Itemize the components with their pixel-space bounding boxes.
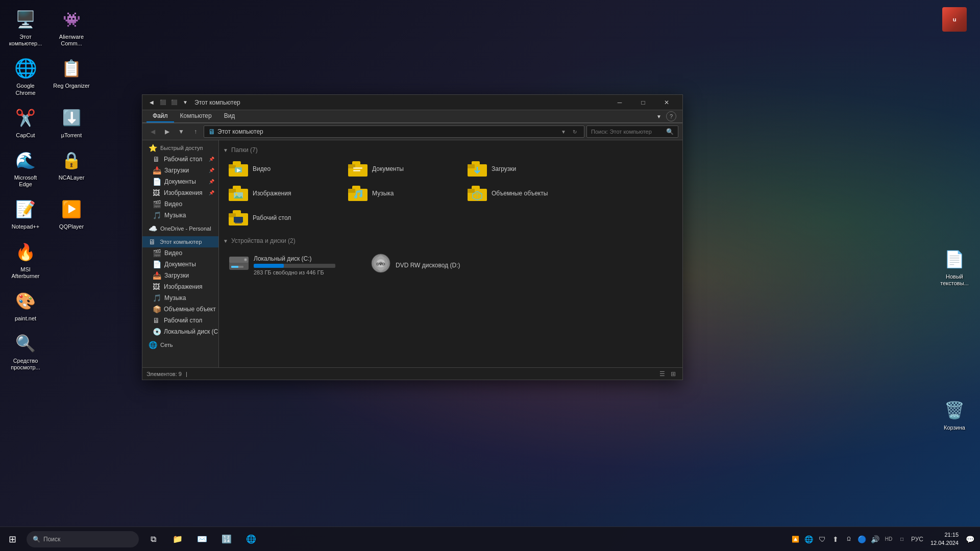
taskbar-file-explorer[interactable]: 📁 — [165, 527, 190, 552]
devices-section-header[interactable]: ▼ Устройства и диски (2) — [223, 235, 678, 246]
tray-notification-icon[interactable]: 💬 — [964, 527, 976, 552]
tray-shield-icon[interactable]: 🛡 — [816, 527, 828, 552]
taskbar-search-box[interactable]: 🔍 Поиск — [27, 531, 139, 547]
device-item-d[interactable]: DVD DVD RW дисковод (D:) — [365, 248, 503, 282]
folder-item-images[interactable]: Изображения — [223, 182, 340, 205]
sidebar-video[interactable]: 🎬 Видео — [142, 198, 218, 210]
tray-monitor-icon[interactable]: □ — [896, 527, 908, 552]
folder-item-video[interactable]: Видео — [223, 158, 340, 180]
quick-access-btn-3[interactable]: ⬛ — [169, 97, 179, 108]
sidebar-desktop[interactable]: 🖥 Рабочий стол 📌 — [142, 154, 218, 165]
forward-button[interactable]: ▶ — [161, 126, 173, 138]
sidebar-tc-images[interactable]: 🖼 Изображения — [142, 281, 218, 292]
address-box[interactable]: 🖥 Этот компьютер ▼ ↻ — [204, 126, 584, 138]
folder-item-documents[interactable]: Документы — [342, 158, 460, 180]
desktop-icon-notepadpp[interactable]: 📝 Notepad++ — [5, 195, 46, 232]
ribbon-tab-file[interactable]: Файл — [146, 110, 174, 122]
folder-3d-label: Объемные объекты — [492, 190, 548, 197]
recent-locations-button[interactable]: ▼ — [175, 126, 187, 138]
desktop-icon-new-text[interactable]: 📄 Новый текстовы... — [934, 245, 975, 289]
desktop-icon-edge[interactable]: 🌊 Microsoft Edge — [5, 146, 46, 190]
sidebar-tc-desktop[interactable]: 🖥 Рабочий стол — [142, 315, 218, 326]
sidebar-tc-video[interactable]: 🎬 Видео — [142, 247, 218, 259]
view-list-btn[interactable]: ☰ — [657, 369, 667, 379]
folder-item-music[interactable]: Музыка — [342, 182, 460, 205]
sidebar-quick-access[interactable]: ⭐ Быстрый доступ — [142, 142, 218, 154]
tray-icon-4[interactable]: Ω — [843, 527, 855, 552]
ribbon-tab-computer[interactable]: Компьютер — [174, 110, 218, 122]
this-computer-icon: 🖥️ — [13, 7, 38, 32]
sidebar-onedrive[interactable]: ☁️ OneDrive - Personal — [142, 223, 218, 234]
desktop-icon-utorrent[interactable]: ⬇️ µTorrent — [51, 104, 92, 141]
sidebar-tc-disk-c[interactable]: 💿 Локальный диск (C — [142, 326, 218, 337]
maximize-button[interactable]: □ — [631, 95, 655, 110]
address-dropdown-btn[interactable]: ▼ — [558, 127, 569, 137]
sidebar-music[interactable]: 🎵 Музыка — [142, 210, 218, 221]
desktop-icon-user[interactable]: u — [934, 5, 975, 36]
quick-access-btn-1[interactable]: ◀ — [146, 97, 157, 108]
desktop-icon-reg-organizer[interactable]: 📋 Reg Organizer — [51, 54, 92, 98]
help-button[interactable]: ? — [666, 111, 676, 121]
sidebar-tc-music[interactable]: 🎵 Музыка — [142, 292, 218, 304]
taskbar-task-view[interactable]: ⧉ — [141, 527, 165, 552]
tray-bluetooth-icon[interactable]: 🔵 — [856, 527, 868, 552]
desktop-icon-alienware[interactable]: 👾 Alienware Comm... — [51, 5, 92, 49]
sidebar-tc-documents[interactable]: 📄 Документы — [142, 259, 218, 270]
up-button[interactable]: ↑ — [189, 126, 202, 138]
folder-item-downloads[interactable]: Загрузки — [462, 158, 579, 180]
desktop-icon-this-computer[interactable]: 🖥️ Этот компьютер... — [5, 5, 46, 49]
taskbar-clock[interactable]: 21:15 12.04.2024 — [926, 531, 963, 547]
folder-3d-icon — [467, 185, 487, 202]
taskbar-mail[interactable]: ✉️ — [190, 527, 214, 552]
search-input[interactable] — [591, 129, 664, 135]
desktop-icon-capcut[interactable]: ✂️ CapCut — [5, 104, 46, 141]
device-item-c[interactable]: Локальный диск (C:) 283 ГБ свободно из 4… — [223, 248, 361, 282]
close-button[interactable]: ✕ — [655, 95, 678, 110]
alienware-icon: 👾 — [59, 7, 84, 32]
quick-access-btn-2[interactable]: ⬛ — [158, 97, 168, 108]
taskbar-language[interactable]: РУС — [909, 536, 925, 543]
sidebar-images[interactable]: 🖼 Изображения 📌 — [142, 187, 218, 198]
desktop-icon-sredstvo[interactable]: 🔍 Средство просмотр... — [5, 329, 46, 373]
ribbon-expand-btn[interactable]: ▼ — [654, 111, 664, 121]
quick-access-btn-down[interactable]: ▼ — [180, 97, 190, 108]
desktop-icon-ncalayer[interactable]: 🔒 NCALayer — [51, 146, 92, 190]
desktop-icon-recycle-bin[interactable]: 🗑️ Корзина — [934, 396, 975, 433]
tray-hd-icon[interactable]: HD — [883, 527, 895, 552]
sidebar-this-computer[interactable]: 🖥 Этот компьютер — [142, 236, 218, 247]
tray-network-icon[interactable]: 🌐 — [803, 527, 815, 552]
utorrent-icon: ⬇️ — [59, 106, 84, 130]
folders-section-header[interactable]: ▼ Папки (7) — [223, 144, 678, 156]
sidebar-tc-downloads[interactable]: 📥 Загрузки — [142, 270, 218, 281]
sidebar-downloads[interactable]: 📥 Загрузки 📌 — [142, 165, 218, 176]
dvd-icon: DVD — [370, 253, 390, 278]
desktop-icon-chrome[interactable]: 🌐 Google Chrome — [5, 54, 46, 98]
sidebar-network[interactable]: 🌐 Сеть — [142, 339, 218, 350]
address-refresh-btn[interactable]: ↻ — [570, 127, 580, 137]
tray-icon-1[interactable]: 🔼 — [790, 527, 802, 552]
reg-organizer-label: Reg Organizer — [53, 83, 90, 89]
tray-volume-icon[interactable]: 🔊 — [869, 527, 881, 552]
sidebar: ⭐ Быстрый доступ 🖥 Рабочий стол 📌 📥 Загр… — [142, 140, 219, 367]
taskbar-chrome[interactable]: 🌐 — [239, 527, 263, 552]
desktop-icon-qqplayer[interactable]: ▶️ QQPlayer — [51, 195, 92, 232]
view-grid-btn[interactable]: ⊞ — [668, 369, 678, 379]
desktop-icon-msi[interactable]: 🔥 MSI Afterburner — [5, 238, 46, 282]
folder-item-desktop[interactable]: Рабочий стол — [223, 207, 340, 229]
svg-rect-25 — [468, 189, 475, 193]
svg-point-21 — [354, 195, 357, 198]
folder-documents-icon — [348, 161, 368, 177]
start-button[interactable]: ⊞ — [0, 527, 24, 552]
desktop-icon-paintnet[interactable]: 🎨 paint.net — [5, 287, 46, 324]
back-button[interactable]: ◀ — [146, 126, 159, 138]
ribbon-tab-view[interactable]: Вид — [218, 110, 241, 122]
folder-item-3d[interactable]: Объемные объекты — [462, 182, 579, 205]
chrome-icon: 🌐 — [13, 56, 38, 81]
tray-updates-icon[interactable]: ⬆ — [829, 527, 842, 552]
sidebar-documents[interactable]: 📄 Документы 📌 — [142, 176, 218, 187]
minimize-button[interactable]: ─ — [608, 95, 631, 110]
search-box[interactable]: 🔍 — [586, 126, 678, 138]
sidebar-tc-3d[interactable]: 📦 Объемные объект — [142, 304, 218, 315]
taskbar-store[interactable]: 🔢 — [214, 527, 239, 552]
folder-downloads-icon — [467, 161, 487, 177]
